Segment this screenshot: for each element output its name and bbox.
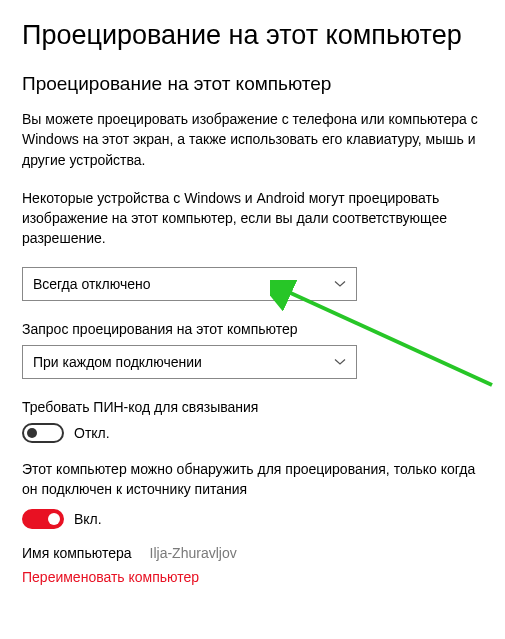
intro-text: Вы можете проецировать изображение с тел… — [22, 109, 483, 170]
pin-toggle-state: Откл. — [74, 425, 110, 441]
computer-name-label: Имя компьютера — [22, 545, 132, 561]
discover-label: Этот компьютер можно обнаружить для прое… — [22, 459, 483, 500]
chevron-down-icon — [334, 358, 346, 366]
computer-name-value: Ilja-Zhuravljov — [150, 545, 237, 561]
pin-label: Требовать ПИН-код для связывания — [22, 399, 483, 415]
request-select-value: При каждом подключении — [33, 354, 202, 370]
chevron-down-icon — [334, 280, 346, 288]
discover-toggle-state: Вкл. — [74, 511, 102, 527]
permission-select[interactable]: Всегда отключено — [22, 267, 357, 301]
page-title: Проецирование на этот компьютер — [22, 20, 483, 51]
section-title: Проецирование на этот компьютер — [22, 73, 483, 95]
permission-select-value: Всегда отключено — [33, 276, 151, 292]
discover-toggle[interactable] — [22, 509, 64, 529]
request-label: Запрос проецирования на этот компьютер — [22, 321, 483, 337]
request-select[interactable]: При каждом подключении — [22, 345, 357, 379]
pin-toggle[interactable] — [22, 423, 64, 443]
permission-label: Некоторые устройства с Windows и Android… — [22, 188, 483, 249]
rename-computer-link[interactable]: Переименовать компьютер — [22, 569, 483, 585]
